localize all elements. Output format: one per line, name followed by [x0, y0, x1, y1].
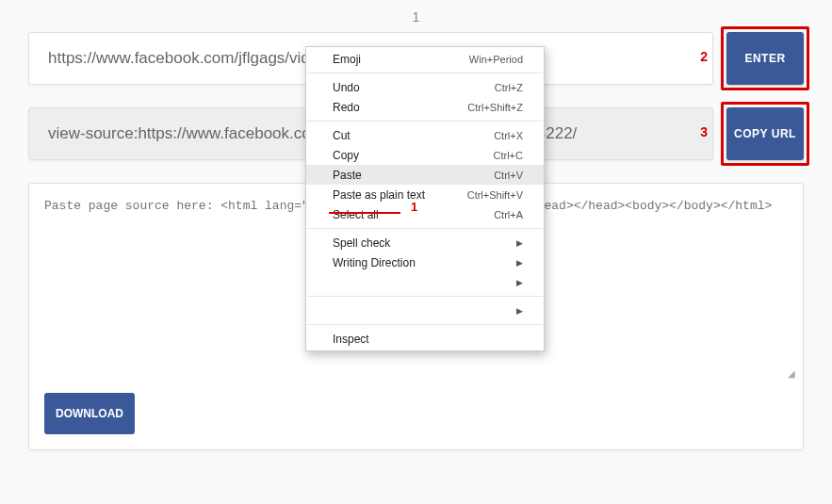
menu-item-undo[interactable]: Undo Ctrl+Z — [306, 77, 544, 97]
chevron-right-icon: ▶ — [516, 238, 523, 248]
menu-item-copy[interactable]: Copy Ctrl+C — [306, 145, 544, 165]
menu-separator — [307, 296, 543, 297]
annotation-num-3: 3 — [700, 124, 708, 139]
menu-shortcut: Ctrl+C — [494, 150, 523, 161]
menu-label: Paste — [333, 169, 362, 182]
menu-separator — [307, 73, 543, 73]
menu-shortcut: Ctrl+Z — [495, 82, 523, 93]
menu-label: Copy — [333, 149, 359, 162]
copy-url-button[interactable]: COPY URL — [726, 107, 804, 160]
menu-shortcut: Ctrl+V — [494, 170, 523, 181]
menu-separator — [307, 228, 543, 229]
chevron-right-icon: ▶ — [516, 306, 523, 316]
step-1-label: 1 — [28, 9, 804, 24]
annotation-num-2: 2 — [700, 49, 708, 64]
menu-shortcut: Ctrl+X — [494, 130, 523, 141]
menu-separator — [307, 121, 543, 122]
menu-label: Emoji — [333, 53, 361, 66]
menu-shortcut: Ctrl+Shift+V — [467, 189, 523, 201]
menu-shortcut: Win+Period — [469, 54, 523, 65]
menu-item-paste[interactable]: Paste Ctrl+V — [306, 165, 544, 185]
menu-label: Writing Direction — [333, 256, 416, 269]
menu-label: Spell check — [333, 236, 390, 250]
menu-item-submenu-blank2[interactable]: ▶ — [306, 301, 544, 320]
menu-item-select-all[interactable]: Select all Ctrl+A — [306, 204, 544, 224]
menu-item-emoji[interactable]: Emoji Win+Period — [306, 49, 544, 69]
menu-label: Redo — [333, 101, 360, 114]
chevron-right-icon: ▶ — [516, 278, 523, 287]
menu-item-inspect[interactable]: Inspect — [306, 329, 544, 349]
menu-shortcut: Ctrl+Shift+Z — [467, 102, 523, 113]
menu-item-redo[interactable]: Redo Ctrl+Shift+Z — [306, 97, 544, 117]
menu-label: Inspect — [333, 333, 369, 346]
menu-label: Cut — [333, 129, 351, 142]
annotation-underline-paste — [329, 212, 400, 214]
enter-button[interactable]: ENTER — [726, 32, 804, 85]
menu-item-paste-plain[interactable]: Paste as plain text Ctrl+Shift+V — [306, 185, 544, 204]
menu-item-cut[interactable]: Cut Ctrl+X — [306, 125, 544, 145]
menu-item-writing-direction[interactable]: Writing Direction ▶ — [306, 252, 544, 272]
download-button[interactable]: DOWNLOAD — [44, 393, 135, 434]
resize-handle-icon[interactable]: ◢ — [788, 372, 799, 383]
menu-shortcut: Ctrl+A — [494, 209, 523, 220]
menu-item-submenu-blank1[interactable]: ▶ — [306, 272, 544, 292]
menu-item-spell-check[interactable]: Spell check ▶ — [306, 233, 544, 252]
menu-label: Undo — [333, 81, 360, 94]
chevron-right-icon: ▶ — [516, 258, 523, 268]
menu-label: Select all — [333, 208, 379, 221]
menu-separator — [307, 324, 543, 325]
context-menu: Emoji Win+Period Undo Ctrl+Z Redo Ctrl+S… — [305, 46, 545, 351]
annotation-num-1: 1 — [411, 200, 417, 214]
